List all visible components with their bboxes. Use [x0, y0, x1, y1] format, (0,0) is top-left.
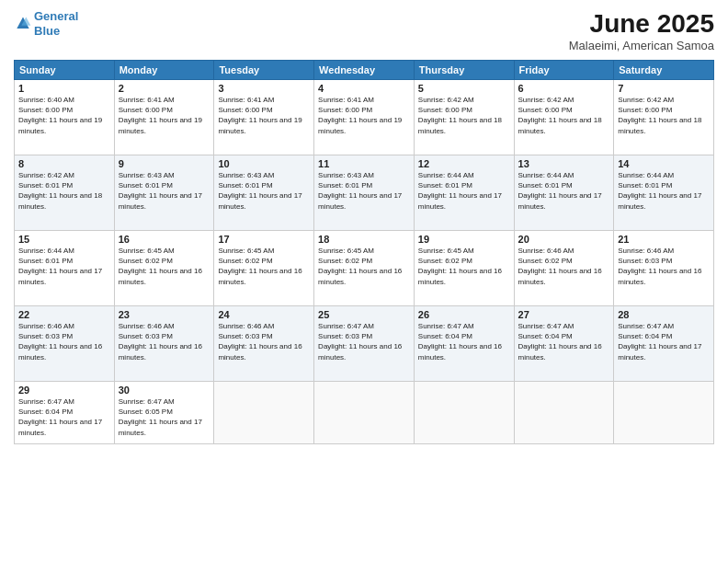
- day-info: Sunrise: 6:40 AMSunset: 6:00 PMDaylight:…: [18, 95, 110, 136]
- weekday-header-wednesday: Wednesday: [314, 61, 415, 80]
- page: General Blue June 2025 Malaeimi, America…: [0, 0, 728, 563]
- calendar-cell: 27Sunrise: 6:47 AMSunset: 6:04 PMDayligh…: [514, 306, 614, 382]
- calendar-cell: 19Sunrise: 6:45 AMSunset: 6:02 PMDayligh…: [414, 231, 514, 306]
- day-info: Sunrise: 6:47 AMSunset: 6:04 PMDaylight:…: [618, 321, 710, 362]
- day-number: 20: [518, 234, 610, 245]
- day-number: 29: [18, 385, 110, 396]
- day-info: Sunrise: 6:43 AMSunset: 6:01 PMDaylight:…: [318, 170, 410, 212]
- week-row-2: 8Sunrise: 6:42 AMSunset: 6:01 PMDaylight…: [15, 155, 714, 231]
- day-number: 28: [618, 309, 710, 320]
- calendar-cell: 10Sunrise: 6:43 AMSunset: 6:01 PMDayligh…: [214, 155, 314, 231]
- day-number: 4: [318, 83, 410, 94]
- day-info: Sunrise: 6:47 AMSunset: 6:04 PMDaylight:…: [418, 321, 510, 362]
- calendar-cell: 12Sunrise: 6:44 AMSunset: 6:01 PMDayligh…: [414, 155, 514, 231]
- day-info: Sunrise: 6:42 AMSunset: 6:00 PMDaylight:…: [518, 95, 610, 136]
- calendar-cell: 30Sunrise: 6:47 AMSunset: 6:05 PMDayligh…: [114, 382, 214, 444]
- day-number: 24: [218, 309, 310, 320]
- day-number: 17: [218, 234, 310, 245]
- weekday-header-thursday: Thursday: [414, 61, 514, 80]
- day-info: Sunrise: 6:46 AMSunset: 6:02 PMDaylight:…: [518, 246, 610, 287]
- day-number: 30: [119, 385, 210, 396]
- day-info: Sunrise: 6:45 AMSunset: 6:02 PMDaylight:…: [119, 246, 210, 287]
- calendar-cell: 22Sunrise: 6:46 AMSunset: 6:03 PMDayligh…: [15, 306, 115, 382]
- day-number: 1: [18, 83, 110, 94]
- day-number: 2: [119, 83, 210, 94]
- week-row-1: 1Sunrise: 6:40 AMSunset: 6:00 PMDaylight…: [15, 80, 714, 155]
- day-number: 25: [318, 309, 410, 320]
- calendar-cell: 2Sunrise: 6:41 AMSunset: 6:00 PMDaylight…: [114, 80, 214, 155]
- calendar-cell: 21Sunrise: 6:46 AMSunset: 6:03 PMDayligh…: [614, 231, 714, 306]
- day-info: Sunrise: 6:43 AMSunset: 6:01 PMDaylight:…: [218, 170, 310, 212]
- logo-blue: Blue: [34, 24, 78, 39]
- day-number: 27: [518, 309, 610, 320]
- day-number: 21: [618, 234, 710, 245]
- calendar-cell: 29Sunrise: 6:47 AMSunset: 6:04 PMDayligh…: [15, 382, 115, 444]
- day-info: Sunrise: 6:42 AMSunset: 6:00 PMDaylight:…: [618, 95, 710, 136]
- day-info: Sunrise: 6:41 AMSunset: 6:00 PMDaylight:…: [218, 95, 310, 136]
- calendar-cell: 6Sunrise: 6:42 AMSunset: 6:00 PMDaylight…: [514, 80, 614, 155]
- title-block: June 2025 Malaeimi, American Samoa: [569, 9, 714, 52]
- calendar-cell: 11Sunrise: 6:43 AMSunset: 6:01 PMDayligh…: [314, 155, 415, 231]
- day-number: 10: [218, 158, 310, 169]
- day-info: Sunrise: 6:43 AMSunset: 6:01 PMDaylight:…: [119, 170, 210, 212]
- day-info: Sunrise: 6:41 AMSunset: 6:00 PMDaylight:…: [318, 95, 410, 136]
- day-number: 19: [418, 234, 510, 245]
- weekday-header-saturday: Saturday: [614, 61, 714, 80]
- day-number: 23: [119, 309, 210, 320]
- day-info: Sunrise: 6:44 AMSunset: 6:01 PMDaylight:…: [518, 170, 610, 212]
- day-info: Sunrise: 6:46 AMSunset: 6:03 PMDaylight:…: [618, 246, 710, 287]
- day-info: Sunrise: 6:47 AMSunset: 6:03 PMDaylight:…: [318, 321, 410, 362]
- calendar-cell: 18Sunrise: 6:45 AMSunset: 6:02 PMDayligh…: [314, 231, 415, 306]
- day-info: Sunrise: 6:42 AMSunset: 6:01 PMDaylight:…: [18, 170, 110, 212]
- week-row-3: 15Sunrise: 6:44 AMSunset: 6:01 PMDayligh…: [15, 231, 714, 306]
- week-row-5: 29Sunrise: 6:47 AMSunset: 6:04 PMDayligh…: [15, 382, 714, 444]
- month-title: June 2025: [569, 9, 714, 39]
- day-info: Sunrise: 6:41 AMSunset: 6:00 PMDaylight:…: [119, 95, 210, 136]
- calendar-cell: 14Sunrise: 6:44 AMSunset: 6:01 PMDayligh…: [614, 155, 714, 231]
- day-info: Sunrise: 6:46 AMSunset: 6:03 PMDaylight:…: [119, 321, 210, 362]
- calendar-cell: 28Sunrise: 6:47 AMSunset: 6:04 PMDayligh…: [614, 306, 714, 382]
- day-number: 7: [618, 83, 710, 94]
- calendar-cell: 9Sunrise: 6:43 AMSunset: 6:01 PMDaylight…: [114, 155, 214, 231]
- day-number: 9: [119, 158, 210, 169]
- calendar-cell: 4Sunrise: 6:41 AMSunset: 6:00 PMDaylight…: [314, 80, 415, 155]
- logo-text: General Blue: [34, 9, 78, 38]
- day-number: 18: [318, 234, 410, 245]
- logo-general: General: [34, 9, 78, 23]
- calendar-cell: 3Sunrise: 6:41 AMSunset: 6:00 PMDaylight…: [214, 80, 314, 155]
- weekday-header-sunday: Sunday: [15, 61, 115, 80]
- calendar-cell: 24Sunrise: 6:46 AMSunset: 6:03 PMDayligh…: [214, 306, 314, 382]
- location: Malaeimi, American Samoa: [569, 39, 714, 52]
- day-number: 22: [18, 309, 110, 320]
- day-info: Sunrise: 6:47 AMSunset: 6:05 PMDaylight:…: [119, 396, 210, 438]
- week-row-4: 22Sunrise: 6:46 AMSunset: 6:03 PMDayligh…: [15, 306, 714, 382]
- day-info: Sunrise: 6:47 AMSunset: 6:04 PMDaylight:…: [518, 321, 610, 362]
- day-info: Sunrise: 6:46 AMSunset: 6:03 PMDaylight:…: [218, 321, 310, 362]
- weekday-header-row: SundayMondayTuesdayWednesdayThursdayFrid…: [15, 61, 714, 80]
- calendar-cell: 20Sunrise: 6:46 AMSunset: 6:02 PMDayligh…: [514, 231, 614, 306]
- calendar-cell: [514, 382, 614, 444]
- day-info: Sunrise: 6:46 AMSunset: 6:03 PMDaylight:…: [18, 321, 110, 362]
- calendar-cell: 17Sunrise: 6:45 AMSunset: 6:02 PMDayligh…: [214, 231, 314, 306]
- day-number: 5: [418, 83, 510, 94]
- calendar-cell: 8Sunrise: 6:42 AMSunset: 6:01 PMDaylight…: [15, 155, 115, 231]
- header: General Blue June 2025 Malaeimi, America…: [14, 9, 714, 52]
- day-info: Sunrise: 6:45 AMSunset: 6:02 PMDaylight:…: [318, 246, 410, 287]
- day-number: 26: [418, 309, 510, 320]
- day-number: 6: [518, 83, 610, 94]
- calendar-cell: 1Sunrise: 6:40 AMSunset: 6:00 PMDaylight…: [15, 80, 115, 155]
- calendar-cell: 15Sunrise: 6:44 AMSunset: 6:01 PMDayligh…: [15, 231, 115, 306]
- calendar-cell: 25Sunrise: 6:47 AMSunset: 6:03 PMDayligh…: [314, 306, 415, 382]
- weekday-header-friday: Friday: [514, 61, 614, 80]
- day-info: Sunrise: 6:45 AMSunset: 6:02 PMDaylight:…: [218, 246, 310, 287]
- day-number: 8: [18, 158, 110, 169]
- calendar-cell: 26Sunrise: 6:47 AMSunset: 6:04 PMDayligh…: [414, 306, 514, 382]
- day-info: Sunrise: 6:44 AMSunset: 6:01 PMDaylight:…: [618, 170, 710, 212]
- day-number: 16: [119, 234, 210, 245]
- weekday-header-monday: Monday: [114, 61, 214, 80]
- weekday-header-tuesday: Tuesday: [214, 61, 314, 80]
- calendar-cell: [414, 382, 514, 444]
- day-number: 11: [318, 158, 410, 169]
- calendar-cell: [314, 382, 415, 444]
- calendar-cell: [214, 382, 314, 444]
